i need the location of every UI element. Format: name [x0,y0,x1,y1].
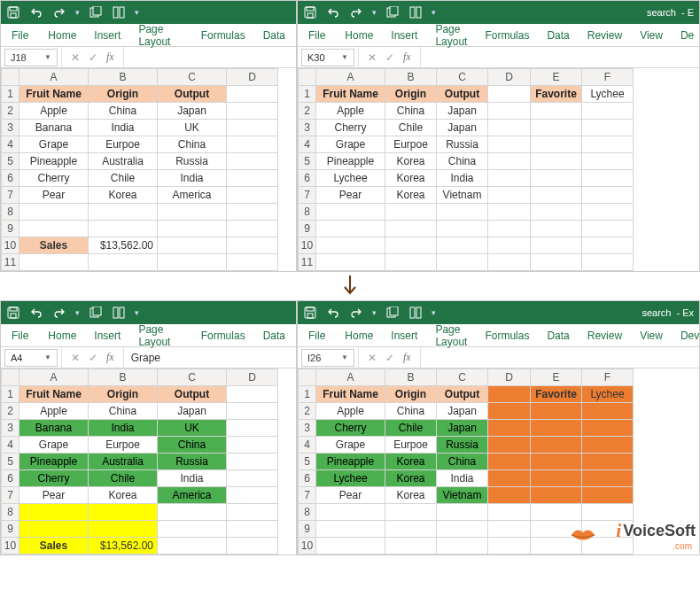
title-bar: ▾ ▾ search- Ex [298,301,699,324]
enter-icon[interactable]: ✓ [89,51,97,64]
col-header[interactable]: D [488,69,531,86]
qat-icon-1[interactable] [89,5,103,19]
col-header[interactable]: C [437,69,488,86]
qat-icon-2[interactable] [112,5,126,19]
formula-input[interactable]: Grape [124,352,296,364]
undo-icon[interactable] [29,5,43,19]
tab-pagelayout[interactable]: Page Layout [129,19,191,52]
cell[interactable]: Favorite [531,86,582,103]
svg-rect-18 [93,306,101,315]
cancel-icon[interactable]: ✕ [368,352,377,364]
name-box[interactable]: K30▼ [301,49,354,66]
save-icon[interactable] [303,306,317,320]
col-header[interactable]: A [316,69,385,86]
svg-rect-8 [307,7,314,11]
tab-home[interactable]: Home [39,25,85,46]
enter-icon[interactable]: ✓ [89,352,97,364]
tab-home[interactable]: Home [336,25,382,46]
fx-icon[interactable]: fx [403,50,411,64]
qat-icon-1[interactable] [385,5,400,19]
cell[interactable]: Origin [89,86,158,103]
cell[interactable]: Apple [19,103,89,120]
cell[interactable]: Lychee [582,86,634,103]
col-header[interactable]: D [227,69,278,86]
tab-insert[interactable]: Insert [382,25,426,46]
tab-home[interactable]: Home [39,325,85,346]
svg-rect-25 [390,306,398,315]
tab-insert[interactable]: Insert [382,325,426,346]
name-box[interactable]: I26▼ [301,349,354,367]
fx-icon[interactable]: fx [403,351,411,364]
qat-icon-2[interactable] [408,306,423,320]
qat-icon-1[interactable] [385,306,400,320]
spreadsheet-grid[interactable]: ABCD 1Fruit NameOriginOutput 2AppleChina… [1,68,278,271]
tab-pagelayout[interactable]: Page Layout [426,19,476,52]
tab-formulas[interactable]: Formulas [476,325,538,346]
cancel-icon[interactable]: ✕ [71,51,80,64]
tab-data[interactable]: Data [254,325,294,346]
tab-file[interactable]: File [299,325,334,346]
undo-icon[interactable] [326,5,340,19]
cell[interactable]: Sales [19,237,89,254]
cancel-icon[interactable]: ✕ [71,352,80,364]
svg-rect-9 [307,13,313,18]
save-icon[interactable] [6,306,20,320]
spreadsheet-grid[interactable]: ABCD 1Fruit NameOriginOutput 2AppleChina… [1,368,278,555]
col-header[interactable]: B [385,69,437,86]
col-header[interactable]: C [158,69,227,86]
tab-review[interactable]: Review [579,325,631,346]
cell[interactable]: $13,562.00 [89,237,158,254]
save-icon[interactable] [303,5,317,19]
col-header[interactable]: E [531,69,582,86]
fx-icon[interactable]: fx [106,50,114,64]
tab-file[interactable]: File [3,325,37,346]
cancel-icon[interactable]: ✕ [368,51,377,64]
qat-icon-2[interactable] [408,5,423,19]
name-box[interactable]: J18▼ [4,49,58,66]
redo-icon[interactable] [52,5,66,19]
tab-data[interactable]: Data [254,25,294,46]
svg-rect-11 [390,6,398,15]
name-box[interactable]: A4▼ [4,349,58,367]
tab-insert[interactable]: Insert [85,25,129,46]
doc-title: - Ex [676,307,694,318]
col-header[interactable]: F [582,69,634,86]
redo-icon[interactable] [349,5,363,19]
tab-dev[interactable]: Dev [672,325,700,346]
tab-formulas[interactable]: Formulas [476,25,538,46]
undo-icon[interactable] [326,306,340,320]
col-header[interactable]: B [89,69,158,86]
tab-review[interactable]: Review [579,25,631,46]
svg-rect-6 [120,7,124,18]
redo-icon[interactable] [52,306,66,320]
col-header[interactable]: A [19,69,89,86]
tab-file[interactable]: File [3,25,37,46]
cell[interactable]: Fruit Name [19,86,89,103]
redo-icon[interactable] [349,306,363,320]
enter-icon[interactable]: ✓ [385,51,394,64]
search-text[interactable]: search [642,307,671,318]
save-icon[interactable] [6,5,20,19]
fx-icon[interactable]: fx [106,351,114,364]
tab-file[interactable]: File [299,25,334,46]
qat-icon-2[interactable] [112,306,126,320]
enter-icon[interactable]: ✓ [385,352,394,364]
tab-pagelayout[interactable]: Page Layout [129,319,191,353]
tab-formulas[interactable]: Formulas [192,325,254,346]
spreadsheet-grid[interactable]: ABCDEF 1Fruit NameOriginOutputFavoriteLy… [298,68,634,271]
tab-dev[interactable]: De [672,25,700,46]
tab-data[interactable]: Data [538,25,578,46]
tab-formulas[interactable]: Formulas [192,25,254,46]
svg-rect-26 [410,307,415,318]
tab-home[interactable]: Home [336,325,382,346]
qat-icon-1[interactable] [89,306,103,320]
tab-data[interactable]: Data [538,325,578,346]
undo-icon[interactable] [29,306,43,320]
cell[interactable]: Output [158,86,227,103]
tab-view[interactable]: View [631,25,672,46]
tab-view[interactable]: View [631,325,672,346]
search-text[interactable]: search [647,7,676,18]
row-header[interactable]: 1 [2,86,19,103]
tab-insert[interactable]: Insert [85,325,129,346]
tab-pagelayout[interactable]: Page Layout [426,319,476,353]
